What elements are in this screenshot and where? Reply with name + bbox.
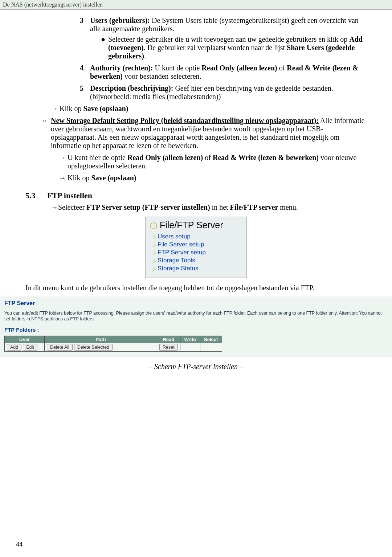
item-text: of [277, 64, 287, 72]
item-text: U kunt de optie [153, 64, 201, 72]
arrow-right-icon: → [59, 174, 68, 182]
circle-section: ○ New Storage Default Setting Policy (be… [43, 116, 367, 182]
bullet-dot-icon: ● [101, 35, 108, 60]
section-title: FTP instellen [47, 191, 92, 200]
menu-item-label: Storage Tools [158, 257, 195, 264]
klik-text: Klik op [60, 105, 83, 112]
col-path: Path [45, 336, 157, 343]
arrow-right-icon: → [51, 105, 60, 113]
cell-read-actions: Reset [157, 343, 180, 351]
triangle-right-icon: ▷ [153, 234, 156, 239]
arrow-right-icon: → [59, 153, 68, 170]
menu-item-label: Storage Status [158, 265, 198, 272]
sel-text: Selecteer [58, 203, 86, 211]
menu-item-storage-tools[interactable]: ▷Storage Tools [150, 257, 246, 265]
delete-all-button[interactable]: Delete All [47, 344, 73, 351]
edit-button[interactable]: Edit [23, 344, 37, 351]
ftp-panel-description: You can add/edit FTP folders below for F… [4, 310, 388, 322]
list-item-3: 3 Users (gebruikers): De System Users ta… [80, 16, 367, 60]
section-heading-53: 5.3FTP instellen [25, 191, 367, 200]
arrow-right-icon: → [51, 203, 58, 212]
bullet-text: . De gebruiker zal verplaatst worden naa… [144, 44, 287, 52]
item-number: 3 [80, 16, 90, 60]
menu-item-label: Users setup [158, 233, 191, 240]
list-item-4: 4 Authority (rechten): U kunt de optie R… [80, 64, 367, 81]
menu-item-file-server-setup[interactable]: ▷File Server setup [150, 241, 246, 249]
sel-bold: FTP Server setup (FTP-server instellen) [86, 203, 210, 211]
menu-item-ftp-server-setup[interactable]: ▷FTP Server setup [150, 249, 246, 257]
ftp-folders-label: FTP Folders : [4, 327, 388, 333]
ring-icon: ◯ [150, 222, 157, 229]
menu-screenshot: ◯ File/FTP Server ▷Users setup ▷File Ser… [145, 217, 247, 278]
item-title: Authority (rechten): [90, 64, 153, 72]
bullet-text: . [144, 52, 146, 60]
table-header-row: User Path Read Write Select [5, 336, 222, 343]
menu-item-label: FTP Server setup [158, 249, 206, 256]
sub-text: U kunt hier de optie [68, 153, 127, 161]
col-write: Write [180, 336, 200, 343]
page-number: 44 [16, 541, 23, 548]
menu-item-label: File Server setup [158, 241, 204, 248]
cell-empty [200, 343, 222, 351]
bullet-text: Selecteer de gebruiker die u wilt toevoe… [108, 35, 349, 43]
table-row-actions: AddEdit Delete AllDelete Selected Reset [5, 343, 222, 351]
sub-bold: Read Only (alleen lezen) [127, 153, 203, 161]
arrow-line-save-1: → Klik op Save (opslaan) [51, 105, 367, 113]
item-title: Description (beschrijving): [90, 84, 173, 92]
sel-text: in het [210, 203, 230, 211]
klik2-text: Klik op [68, 174, 91, 182]
cell-empty [180, 343, 200, 351]
triangle-right-icon: ▷ [153, 266, 156, 271]
arrow-sub-readopt: → U kunt hier de optie Read Only (alleen… [59, 153, 367, 170]
triangle-right-icon: ▷ [153, 258, 156, 263]
item-title: Users (gebruikers): [90, 16, 150, 24]
item-number: 4 [80, 64, 90, 81]
menu-title-text: File/FTP Server [160, 220, 223, 230]
reset-button[interactable]: Reset [159, 344, 178, 351]
col-select: Select [200, 336, 222, 343]
col-user: User [5, 336, 45, 343]
item-bold: Read Only (alleen lezen) [201, 64, 277, 72]
arrow-sub-save: → Klik op Save (opslaan) [59, 174, 367, 182]
section-number: 5.3 [25, 191, 47, 200]
list-item-5: 5 Description (beschrijving): Geef hier … [80, 84, 367, 101]
ftp-folders-table: User Path Read Write Select AddEdit Dele… [4, 336, 222, 352]
menu-item-users-setup[interactable]: ▷Users setup [150, 233, 246, 241]
item-number: 5 [80, 84, 90, 101]
figure-caption: – Scherm FTP-server instellen – [25, 363, 367, 371]
sub-text: of [203, 153, 213, 161]
item-text: voor bestanden selecteren. [123, 72, 201, 80]
menu-item-storage-status[interactable]: ▷Storage Status [150, 265, 246, 273]
select-ftp-line: → Selecteer FTP Server setup (FTP-server… [51, 203, 367, 212]
ftp-server-panel: FTP Server You can add/edit FTP folders … [0, 296, 392, 357]
sel-bold: File/FTP server [230, 203, 278, 211]
cell-path-actions: Delete AllDelete Selected [45, 343, 157, 351]
circle-title: New Storage Default Setting Policy (bele… [51, 116, 319, 124]
klik-bold: Save (opslaan) [83, 105, 128, 112]
paragraph-ftp-intro: In dit menu kunt u de gebruikers instell… [25, 284, 367, 292]
sel-text: menu. [278, 203, 298, 211]
delete-selected-button[interactable]: Delete Selected [74, 344, 113, 351]
circle-icon: ○ [43, 116, 51, 182]
cell-user-actions: AddEdit [5, 343, 45, 351]
triangle-right-icon: ▷ [153, 242, 156, 247]
col-read: Read [157, 336, 180, 343]
menu-title: ◯ File/FTP Server [150, 220, 246, 230]
sub-bullet: ● Selecteer de gebruiker die u wilt toev… [101, 35, 367, 60]
page-header: De NAS (netwerktoegangsserver) instellen [0, 0, 392, 10]
sub-bold: Read & Write (lezen & bewerken) [213, 153, 319, 161]
klik2-bold: Save (opslaan) [91, 174, 136, 182]
triangle-right-icon: ▷ [153, 250, 156, 255]
add-button[interactable]: Add [7, 344, 21, 351]
ftp-panel-title: FTP Server [4, 300, 388, 307]
